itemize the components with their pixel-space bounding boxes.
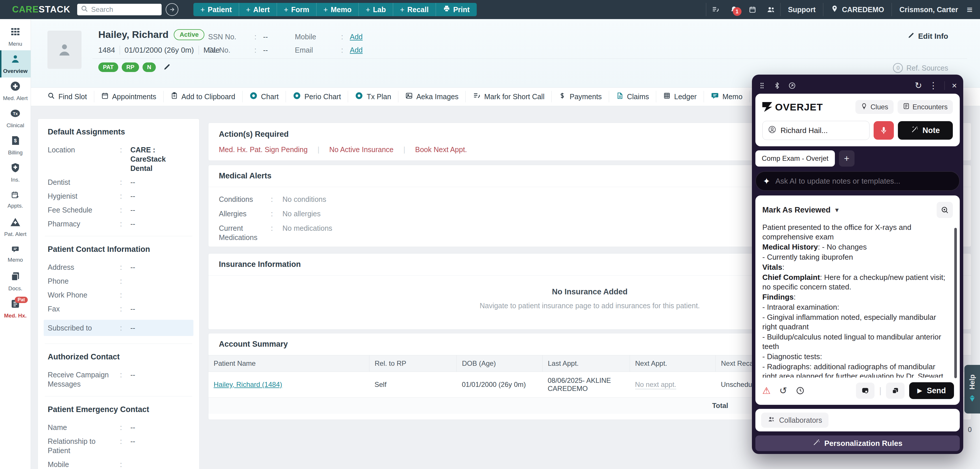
patient-tag-n[interactable]: N: [143, 62, 156, 72]
next-appt-link[interactable]: No next appt.: [635, 380, 676, 389]
quick-action-memo[interactable]: +Memo: [317, 3, 359, 16]
toolbar-payments[interactable]: Payments: [552, 91, 609, 102]
shortcut-icon[interactable]: [773, 82, 781, 89]
note-line: Findings:: [762, 293, 948, 302]
toolbar-appointments[interactable]: Appointments: [94, 91, 164, 102]
quick-action-form[interactable]: +Form: [277, 3, 317, 16]
review-status-dropdown[interactable]: Mark As Reviewed ▾: [762, 205, 838, 215]
patient-tag-pat[interactable]: PAT: [98, 62, 118, 72]
user-menu[interactable]: Crismson, Carter: [892, 5, 966, 14]
action-link-3[interactable]: Book Next Appt.: [415, 145, 467, 154]
zoom-note-button[interactable]: [937, 202, 953, 218]
column-header[interactable]: Rel. to RP: [369, 355, 457, 372]
plus-icon: +: [366, 5, 370, 14]
microphone-button[interactable]: [873, 121, 894, 140]
notifications-icon[interactable]: 1: [725, 5, 743, 14]
carestack-logo[interactable]: CARE STACK: [12, 4, 70, 15]
note-scrollbar[interactable]: [954, 228, 957, 378]
ref-sources[interactable]: 0 Ref. Sources: [893, 63, 948, 73]
add-tab-button[interactable]: +: [839, 150, 854, 167]
person-icon: [10, 54, 21, 66]
column-header[interactable]: Next Appt.: [630, 355, 716, 372]
toolbar-memo[interactable]: Memo: [704, 91, 749, 102]
sidebar-item-pat-alert[interactable]: Pat. Alert: [0, 213, 31, 240]
encounters-button[interactable]: Encounters: [897, 100, 953, 114]
template-settings-button[interactable]: [856, 383, 875, 399]
sidebar-item-ins[interactable]: Ins.: [0, 159, 31, 186]
row-value: No allergies: [282, 209, 321, 218]
drag-handle-icon[interactable]: [758, 82, 766, 89]
pencil-icon[interactable]: [163, 63, 171, 72]
sidebar-item-clinical[interactable]: TxClinical: [0, 105, 31, 132]
refresh-icon[interactable]: ↻: [915, 81, 922, 90]
toolbar-perio-chart[interactable]: Perio Chart: [286, 91, 348, 102]
toolbar-claims[interactable]: Claims: [609, 91, 656, 102]
sidebar-item-memo[interactable]: Memo: [0, 240, 31, 268]
sidebar-item-billing[interactable]: $Billing: [0, 132, 31, 159]
column-header[interactable]: Patient Name: [208, 355, 369, 372]
copy-icon[interactable]: [886, 383, 905, 399]
row-colon: :: [120, 145, 130, 173]
ref-sources-label: Ref. Sources: [906, 64, 948, 72]
note-template-tab[interactable]: Comp Exam - Overjet: [756, 150, 835, 167]
toolbar-mark-for-short-call[interactable]: Mark for Short Call: [466, 91, 552, 102]
toolbar-find-slot[interactable]: Find Slot: [40, 91, 94, 102]
column-header[interactable]: Last Appt.: [542, 355, 630, 372]
history-clock-icon[interactable]: [796, 386, 805, 395]
action-link-1[interactable]: Med. Hx. Pat. Sign Pending: [219, 145, 308, 154]
support-link[interactable]: Support: [781, 5, 823, 14]
table-cell: 08/06/2025- AKLINE CAREDEMO: [542, 372, 630, 397]
toolbar-ledger[interactable]: Ledger: [656, 91, 704, 102]
add-link[interactable]: Add: [350, 46, 363, 54]
launch-icon[interactable]: [788, 82, 796, 89]
quick-action-alert[interactable]: +Alert: [239, 3, 277, 16]
quick-action-patient[interactable]: +Patient: [193, 3, 239, 16]
ask-ai-input[interactable]: ✦ Ask AI to update notes or templates...: [756, 171, 960, 191]
overjet-titlebar[interactable]: ↻ ⋮ ×: [756, 78, 960, 94]
action-link-2[interactable]: No Active Insurance: [329, 145, 393, 154]
toolbar-aeka-images[interactable]: Aeka Images: [398, 91, 466, 102]
warning-icon[interactable]: ⚠: [762, 385, 771, 396]
column-header[interactable]: DOB (Age): [457, 355, 542, 372]
search-input[interactable]: Search: [77, 4, 162, 15]
clues-button[interactable]: Clues: [855, 100, 893, 114]
quick-action-lab[interactable]: +Lab: [359, 3, 393, 16]
location-selector[interactable]: CAREDEMO: [823, 5, 891, 14]
note-text[interactable]: Patient presented to the office for X-ra…: [756, 221, 960, 378]
quick-action-recall[interactable]: +Recall: [393, 3, 436, 16]
sidebar-item-appts[interactable]: Appts.: [0, 186, 31, 213]
personalization-rules-button[interactable]: Personalization Rules: [756, 436, 960, 451]
tasks-icon[interactable]: [706, 5, 725, 14]
patient-tag-rp[interactable]: RP: [122, 62, 139, 72]
info-row-dentist: Dentist:--: [48, 178, 189, 187]
sidebar-item-docs[interactable]: Docs.: [0, 268, 31, 295]
row-label: Relationship to Patient: [48, 437, 120, 455]
send-button[interactable]: ▶ Send: [909, 382, 954, 399]
overjet-patient-field[interactable]: Richard Hail...: [762, 121, 870, 140]
sidebar-item-med-alert[interactable]: Med. Alert: [0, 78, 31, 105]
encounters-icon: [903, 103, 910, 111]
info-row-phone: Phone:: [48, 277, 189, 286]
quick-action-print[interactable]: Print: [436, 3, 477, 16]
hamburger-menu-icon[interactable]: ≡: [966, 4, 980, 15]
toolbar-tx-plan[interactable]: Tx Plan: [348, 91, 398, 102]
help-tab[interactable]: Help: [964, 365, 980, 413]
calendar-icon[interactable]: [743, 6, 762, 13]
add-link[interactable]: Add: [350, 33, 363, 41]
patient-link[interactable]: Hailey, Richard (1484): [214, 380, 282, 388]
undo-icon[interactable]: ↺: [780, 385, 787, 396]
calplus-icon: [11, 191, 20, 200]
toolbar-chart[interactable]: Chart: [243, 91, 286, 102]
sidebar-item-menu[interactable]: Menu: [0, 23, 31, 50]
advanced-search-icon[interactable]: [165, 3, 178, 16]
toolbar-add-to-clipboard[interactable]: Add to Clipboard: [164, 91, 243, 102]
close-icon[interactable]: ×: [952, 81, 957, 90]
kebab-menu-icon[interactable]: ⋮: [929, 81, 937, 90]
collaborators-button[interactable]: Collaborators: [761, 413, 829, 428]
note-button[interactable]: Note: [898, 121, 953, 140]
sidebar-item-med-hx[interactable]: Med. Hx.Pat: [0, 295, 31, 322]
patient-avatar[interactable]: [48, 31, 81, 69]
sidebar-item-overview[interactable]: Overview: [0, 50, 31, 78]
patients-icon[interactable]: [762, 5, 780, 14]
edit-info-button[interactable]: Edit Info: [908, 32, 948, 41]
